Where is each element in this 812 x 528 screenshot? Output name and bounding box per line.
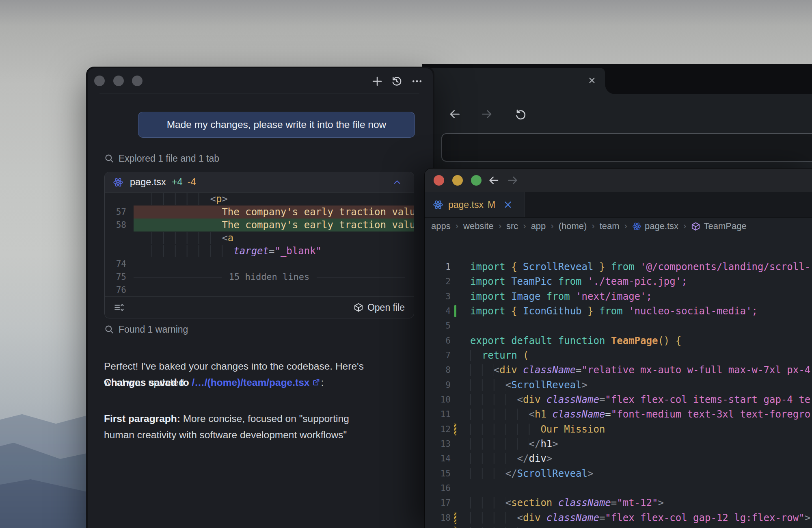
editor-forward-icon[interactable] — [507, 174, 519, 186]
more-options-icon[interactable] — [411, 75, 423, 87]
explored-status[interactable]: Explored 1 file and 1 tab — [104, 151, 219, 166]
code-line[interactable]: 5 — [425, 318, 812, 333]
breadcrumb-label: (home) — [559, 221, 587, 232]
breadcrumb-label: src — [506, 221, 518, 232]
breadcrumb-item[interactable]: src — [506, 221, 518, 232]
new-chat-icon[interactable] — [371, 75, 383, 87]
code-line[interactable]: 9 <ScrollReveal> — [425, 378, 812, 392]
browser-back-icon[interactable] — [448, 108, 461, 121]
line-number: 10 — [425, 392, 451, 407]
code-line[interactable]: 15 </ScrollReveal> — [425, 466, 812, 481]
line-number: 8 — [425, 363, 451, 377]
expand-diff-icon[interactable] — [114, 302, 124, 313]
traffic-light-minimize[interactable] — [452, 175, 463, 186]
line-number: 14 — [425, 451, 451, 466]
code-line[interactable]: 6export default function TeamPage() { — [425, 333, 812, 348]
warning-status-text: Found 1 warning — [119, 324, 188, 335]
code-line[interactable]: 3import Image from 'next/image'; — [425, 289, 812, 304]
traffic-light-close[interactable] — [434, 175, 444, 186]
diff-line-code — [134, 258, 414, 270]
code-line[interactable]: 11 <h1 className="font-medium text-3xl t… — [425, 407, 812, 422]
external-link-icon[interactable] — [312, 378, 321, 387]
breadcrumb-separator: › — [683, 221, 686, 232]
line-number: 4 — [425, 304, 451, 318]
breadcrumb-item[interactable]: website — [463, 221, 494, 232]
editor-tabbar: page.tsx M — [425, 192, 812, 218]
diff-line-number — [105, 193, 134, 206]
code-text: <ScrollReveal> — [470, 378, 587, 392]
code-line[interactable]: 14 </div> — [425, 451, 812, 466]
code-line[interactable]: 13 </h1> — [425, 437, 812, 451]
tab-close-icon[interactable] — [503, 199, 513, 210]
diff-line: 74 — [105, 258, 414, 270]
colon: : — [321, 377, 324, 388]
browser-tab-close-icon[interactable] — [587, 76, 596, 85]
line-number: 16 — [425, 481, 451, 496]
line-number: 15 — [425, 466, 451, 481]
breadcrumb-item[interactable]: (home) — [559, 221, 587, 232]
code-text: </ScrollReveal> — [470, 466, 593, 481]
diff-line-code: <p> — [134, 193, 414, 206]
desktop: Made my changes, please write it into th… — [0, 0, 812, 528]
editor-code-lines[interactable]: 1import { ScrollReveal } from '@/compone… — [425, 260, 812, 528]
breadcrumb-separator: › — [551, 221, 553, 232]
editor-back-icon[interactable] — [488, 174, 500, 186]
hidden-lines-row[interactable]: 15 hidden lines — [134, 270, 414, 283]
code-line[interactable]: 2import TeamPic from './team-pic.jpg'; — [425, 274, 812, 289]
breadcrumb: apps›website›src›app›(home)›team›page.ts… — [431, 217, 812, 235]
code-line[interactable]: 12 Our Mission — [425, 422, 812, 437]
open-file-label: Open file — [367, 302, 405, 313]
explored-status-text: Explored 1 file and 1 tab — [119, 153, 219, 164]
breadcrumb-item[interactable]: apps — [431, 221, 451, 232]
diff-line-number: 74 — [105, 258, 134, 270]
code-line[interactable]: 19 {/* Main content text */} — [425, 525, 812, 528]
saved-file-link[interactable]: /…/(home)/team/page.tsx — [192, 377, 309, 388]
code-line[interactable]: 16 — [425, 481, 812, 496]
diff-line: 58 The company's early traction valu — [105, 219, 414, 232]
diff-line-code: target="_blank" — [134, 245, 414, 258]
open-file-button[interactable]: Open file — [354, 302, 405, 313]
line-number: 9 — [425, 378, 451, 392]
history-icon[interactable] — [391, 75, 403, 87]
tab-page-tsx[interactable]: page.tsx M — [425, 192, 525, 217]
browser-address-bar[interactable] — [441, 133, 812, 162]
box-icon — [354, 303, 363, 312]
diff-card-header[interactable]: page.tsx +4 -4 — [105, 172, 414, 193]
diff-line-number — [105, 232, 134, 245]
breadcrumb-item[interactable]: team — [600, 221, 620, 232]
collapse-chevron-icon[interactable] — [392, 177, 402, 188]
diff-line-code — [134, 283, 414, 296]
browser-forward-icon[interactable] — [480, 108, 493, 121]
browser-reload-icon[interactable] — [514, 108, 527, 121]
traffic-light-zoom[interactable] — [471, 175, 482, 186]
code-line[interactable]: 18 <div className="flex flex-col gap-12 … — [425, 511, 812, 525]
code-text: <div className="flex flex-col gap-12 lg:… — [470, 511, 810, 525]
editor-window: page.tsx M apps›website›src›app›(home)›t… — [425, 169, 812, 528]
code-line[interactable]: 17 <section className="mt-12"> — [425, 496, 812, 510]
changes-saved-label: Changes saved to — [104, 377, 192, 388]
code-line[interactable]: 1import { ScrollReveal } from '@/compone… — [425, 260, 812, 274]
editor-titlebar — [425, 169, 812, 193]
code-text: </div> — [470, 451, 552, 466]
code-line[interactable]: 8 <div className="relative mx-auto w-ful… — [425, 363, 812, 377]
diff-card: page.tsx +4 -4 <p>57 The company's early… — [104, 172, 414, 318]
warning-status[interactable]: Found 1 warning — [104, 322, 188, 337]
code-line[interactable]: 10 <div className="flex flex-col items-s… — [425, 392, 812, 407]
traffic-light-minimize[interactable] — [113, 76, 124, 86]
breadcrumb-item[interactable]: app — [531, 221, 546, 232]
diff-line: target="_blank" — [105, 245, 414, 258]
line-number: 13 — [425, 437, 451, 451]
breadcrumb-label: app — [531, 221, 546, 232]
browser-tab[interactable] — [422, 68, 605, 94]
code-line[interactable]: 7 return ( — [425, 348, 812, 363]
traffic-light-close[interactable] — [94, 76, 105, 86]
diff-line: 76 — [105, 283, 414, 296]
breadcrumb-item[interactable]: page.tsx — [632, 221, 678, 232]
code-text: <section className="mt-12"> — [470, 496, 664, 510]
diff-additions: +4 — [172, 177, 183, 188]
code-line[interactable]: 4import { IconGithub } from 'nucleo-soci… — [425, 304, 812, 318]
line-number: 6 — [425, 333, 451, 348]
traffic-light-zoom[interactable] — [132, 76, 143, 86]
breadcrumb-item[interactable]: TeamPage — [691, 221, 746, 232]
tab-title: page.tsx — [448, 199, 484, 210]
